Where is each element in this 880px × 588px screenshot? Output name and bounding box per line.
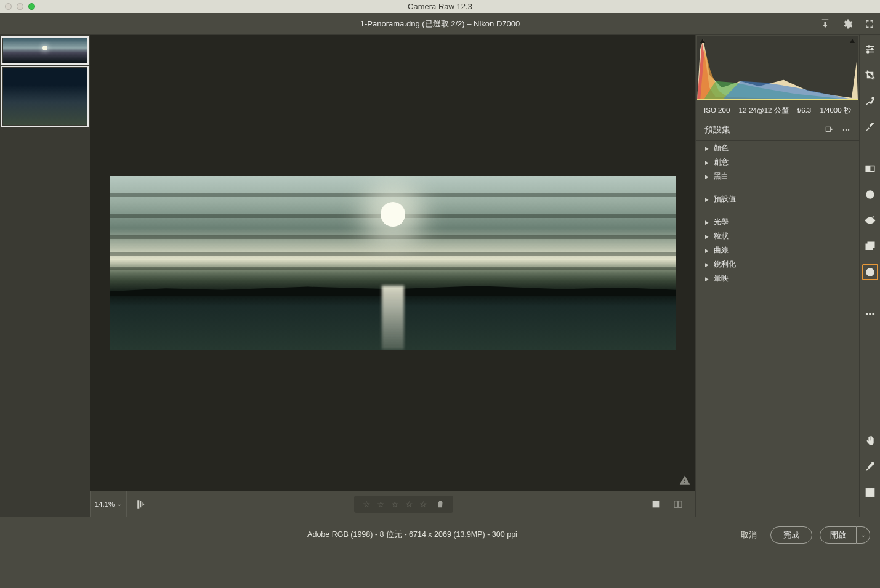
tool-rail <box>859 35 880 517</box>
preset-group-label: 銳利化 <box>714 259 736 270</box>
preset-group[interactable]: ▶創意 <box>696 155 859 169</box>
workflow-options-link[interactable]: Adobe RGB (1998) - 8 位元 - 6714 x 2069 (1… <box>307 530 517 540</box>
heal-icon[interactable] <box>862 93 878 109</box>
redeye-icon[interactable] <box>862 212 878 228</box>
chevron-down-icon: ⌄ <box>861 532 866 538</box>
svg-point-7 <box>843 129 844 131</box>
preset-group-label: 黑白 <box>714 171 729 182</box>
preset-group-label: 預設值 <box>714 194 736 204</box>
more-options-icon[interactable] <box>842 126 850 134</box>
star-3[interactable]: ☆ <box>391 499 399 509</box>
edit-sliders-icon[interactable] <box>862 41 878 57</box>
preset-group[interactable]: ▶銳利化 <box>696 257 859 272</box>
triangle-right-icon: ▶ <box>705 262 709 268</box>
window-close-icon[interactable] <box>5 3 12 10</box>
grid-icon[interactable] <box>862 485 878 501</box>
svg-rect-4 <box>679 501 682 507</box>
color-sampler-icon[interactable] <box>862 459 878 475</box>
star-4[interactable]: ☆ <box>405 499 413 509</box>
window-maximize-icon[interactable] <box>28 3 35 10</box>
image-viewport[interactable] <box>90 35 695 491</box>
svg-point-27 <box>869 313 871 315</box>
triangle-right-icon: ▶ <box>705 248 709 254</box>
triangle-right-icon: ▶ <box>705 196 709 203</box>
app-title: Camera Raw 12.3 <box>408 2 472 11</box>
panorama-image <box>110 176 676 350</box>
right-panel: ISO 200 12-24@12 公釐 f/6.3 1/4000 秒 預設集 ▶… <box>695 35 859 517</box>
filmstrip-toggle-icon[interactable] <box>127 491 156 517</box>
fullscreen-icon[interactable] <box>864 18 875 30</box>
panel-header: 預設集 <box>696 119 859 141</box>
preset-group-label: 暈映 <box>714 273 729 284</box>
document-header: 1-Panorama.dng (已選取 2/2) – Nikon D7000 <box>0 13 880 35</box>
titlebar: Camera Raw 12.3 <box>0 0 880 13</box>
presets-icon[interactable] <box>862 264 878 280</box>
svg-rect-23 <box>868 242 874 248</box>
zoom-dropdown[interactable]: 14.1% ⌄ <box>90 491 127 517</box>
histogram[interactable] <box>697 36 858 100</box>
triangle-right-icon: ▶ <box>705 145 709 151</box>
preset-group-label: 粒狀 <box>714 231 729 241</box>
meta-aperture: f/6.3 <box>797 107 811 114</box>
preset-group[interactable]: ▶預設值 <box>696 192 859 206</box>
svg-point-14 <box>871 49 873 50</box>
cancel-button[interactable]: 取消 <box>735 526 763 544</box>
thumbnail-panorama[interactable] <box>1 36 89 65</box>
canvas-toolbar: 14.1% ⌄ ☆ ☆ ☆ ☆ ☆ <box>90 491 695 517</box>
create-preset-icon[interactable] <box>825 126 833 134</box>
star-2[interactable]: ☆ <box>377 499 385 509</box>
metadata-row: ISO 200 12-24@12 公釐 f/6.3 1/4000 秒 <box>696 102 859 119</box>
gradient-icon[interactable] <box>862 161 878 177</box>
triangle-right-icon: ▶ <box>705 159 709 166</box>
hand-icon[interactable] <box>862 433 878 449</box>
preset-group[interactable]: ▶黑白 <box>696 169 859 183</box>
preset-group-label: 顏色 <box>714 143 729 153</box>
svg-point-25 <box>868 270 872 274</box>
preset-group[interactable]: ▶光學 <box>696 215 859 229</box>
svg-point-28 <box>872 313 874 315</box>
gear-icon[interactable] <box>842 18 853 30</box>
warning-icon[interactable] <box>679 475 690 486</box>
preset-group-label: 光學 <box>714 217 729 227</box>
svg-rect-2 <box>653 501 660 507</box>
compare-view-icon[interactable] <box>673 499 683 509</box>
meta-lens: 12-24@12 公釐 <box>739 106 789 115</box>
open-button[interactable]: 開啟 <box>820 526 857 544</box>
svg-point-26 <box>866 313 868 315</box>
panel-title: 預設集 <box>704 124 730 135</box>
svg-rect-3 <box>674 501 677 507</box>
svg-rect-1 <box>140 501 141 507</box>
preset-group[interactable]: ▶粒狀 <box>696 229 859 243</box>
preset-group[interactable]: ▶曲線 <box>696 243 859 257</box>
snapshots-icon[interactable] <box>862 238 878 254</box>
shadow-clipping-icon[interactable] <box>698 38 707 45</box>
open-dropdown[interactable]: ⌄ <box>857 526 870 544</box>
preset-group[interactable]: ▶顏色 <box>696 141 859 155</box>
svg-point-15 <box>866 51 868 53</box>
radial-icon[interactable] <box>862 187 878 203</box>
meta-iso: ISO 200 <box>704 107 730 114</box>
highlight-clipping-icon[interactable] <box>848 38 857 45</box>
preset-group-label: 曲線 <box>714 245 729 256</box>
crop-icon[interactable] <box>862 67 878 83</box>
document-title: 1-Panorama.dng (已選取 2/2) – Nikon D7000 <box>360 18 520 30</box>
star-5[interactable]: ☆ <box>419 499 427 509</box>
svg-point-16 <box>872 97 874 99</box>
svg-point-20 <box>868 193 871 196</box>
star-1[interactable]: ☆ <box>363 499 371 509</box>
thumbnail-interior[interactable] <box>1 66 89 127</box>
brush-icon[interactable] <box>862 119 878 135</box>
done-button[interactable]: 完成 <box>770 526 812 544</box>
preset-group[interactable]: ▶暈映 <box>696 272 859 286</box>
window-minimize-icon[interactable] <box>17 3 23 10</box>
canvas-area: 14.1% ⌄ ☆ ☆ ☆ ☆ ☆ <box>90 35 695 517</box>
single-view-icon[interactable] <box>651 499 661 509</box>
triangle-right-icon: ▶ <box>705 233 709 240</box>
export-icon[interactable] <box>820 18 831 30</box>
svg-rect-0 <box>137 500 139 509</box>
meta-shutter: 1/4000 秒 <box>820 106 850 115</box>
more-icon[interactable] <box>862 306 878 322</box>
trash-icon[interactable] <box>436 500 445 509</box>
triangle-right-icon: ▶ <box>705 276 709 282</box>
triangle-right-icon: ▶ <box>705 219 709 225</box>
